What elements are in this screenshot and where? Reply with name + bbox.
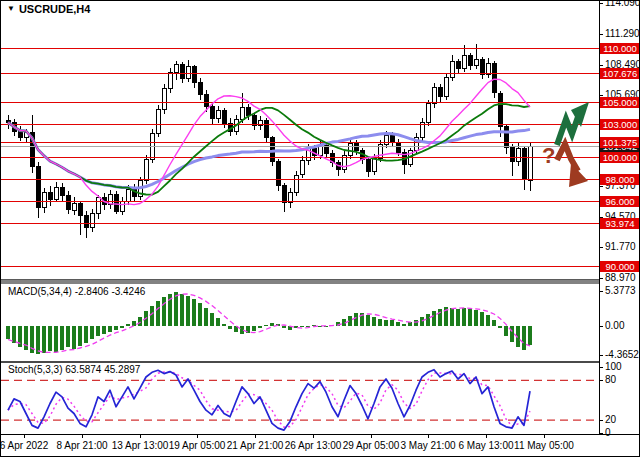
candle — [384, 136, 388, 145]
axis-tick-label: 111.290 — [605, 28, 640, 39]
price-level-badge: 96.000 — [600, 196, 640, 207]
time-tick-label: 3 May 21:00 — [400, 440, 455, 451]
macd-histogram — [6, 292, 532, 354]
up-trend-arrow[interactable] — [557, 114, 579, 145]
candle — [48, 193, 52, 200]
candle — [432, 88, 436, 104]
question-mark-annotation: ? — [542, 143, 555, 168]
candle — [294, 175, 298, 193]
candle — [504, 127, 508, 148]
price-axis-border — [599, 1, 600, 434]
axis-tick-label: 80 — [605, 374, 616, 385]
axis-tick-label: 5.3773 — [605, 285, 636, 296]
price-level-badge: 93.974 — [600, 218, 640, 229]
axis-tick-label: 88.970 — [605, 272, 636, 283]
price-level-badge: 110.000 — [600, 43, 640, 54]
time-tick-label: 29 Apr 05:00 — [343, 440, 400, 451]
candle — [18, 131, 22, 138]
candle — [186, 67, 190, 79]
price-level-badge: 90.000 — [600, 261, 640, 272]
candle — [528, 146, 532, 180]
candle — [144, 160, 148, 181]
candle — [474, 59, 478, 66]
chart-window: ? ▼ USCRUDE,H4 MACD(5,34,4) -2.8406 -3.4… — [0, 0, 640, 457]
candle — [60, 187, 64, 196]
candle — [156, 109, 160, 133]
candle — [462, 56, 466, 69]
price-level-badge: 101.375 — [600, 137, 640, 148]
candle — [366, 160, 370, 172]
candle — [516, 149, 520, 162]
candle — [168, 72, 172, 88]
time-tick-label: 26 Apr 13:00 — [285, 440, 342, 451]
candle — [396, 142, 400, 152]
main-price-chart[interactable]: ? — [1, 1, 599, 283]
macd-label: MACD(5,34,4) -2.8406 -3.4246 — [8, 286, 145, 297]
candle — [456, 61, 460, 69]
time-tick-mark — [371, 435, 372, 438]
candle — [84, 215, 88, 227]
panel-separator-main-macd[interactable] — [1, 279, 599, 284]
candle — [96, 198, 100, 213]
candle — [426, 104, 430, 123]
candle — [438, 88, 442, 97]
panel-separator-macd-stoch[interactable] — [1, 361, 599, 363]
symbol-label: ▼ USCRUDE,H4 — [7, 3, 90, 15]
axis-tick-label: -4.3652 — [605, 349, 639, 360]
time-tick-label: 13 Apr 13:00 — [112, 440, 169, 451]
candle — [42, 193, 46, 208]
time-tick-mark — [313, 435, 314, 438]
time-tick-label: 6 Apr 2022 — [0, 440, 48, 451]
stoch-label: Stoch(5,3,3) 63.5874 45.2897 — [8, 364, 140, 375]
time-tick-mark — [82, 435, 83, 438]
candle — [240, 107, 244, 119]
stoch-k-line — [8, 370, 530, 430]
price-axis[interactable]: 114.090111.290108.490105.69097.37094.570… — [599, 1, 640, 434]
time-axis-border — [1, 434, 640, 435]
axis-tick-label: 20 — [605, 414, 616, 425]
candle — [450, 61, 454, 77]
axis-tick-label: 100 — [605, 361, 622, 372]
time-tick-label: 21 Apr 21:00 — [227, 440, 284, 451]
candle — [114, 195, 118, 211]
axis-tick-label: 114.090 — [605, 0, 640, 8]
symbol-dropdown-icon[interactable]: ▼ — [7, 5, 15, 13]
time-tick-mark — [197, 435, 198, 438]
candle — [54, 187, 58, 199]
time-tick-mark — [255, 435, 256, 438]
price-level-badge: 105.000 — [600, 97, 640, 108]
candle — [486, 63, 490, 74]
candle — [126, 189, 130, 201]
time-tick-mark — [544, 435, 545, 438]
moving-average-40 — [8, 123, 530, 189]
candle — [480, 59, 484, 74]
candle — [522, 149, 526, 180]
candle — [162, 89, 166, 110]
symbol-text: USCRUDE,H4 — [19, 3, 91, 15]
time-tick-label: 6 May 13:00 — [458, 440, 513, 451]
time-tick-mark — [24, 435, 25, 438]
candle — [78, 203, 82, 215]
time-axis[interactable]: 6 Apr 20228 Apr 21:0013 Apr 13:0019 Apr … — [1, 435, 640, 457]
candle — [510, 148, 514, 162]
price-level-badge: 107.676 — [600, 68, 640, 79]
candle — [348, 143, 352, 155]
candle — [282, 186, 286, 202]
time-tick-label: 19 Apr 05:00 — [169, 440, 226, 451]
candle — [66, 196, 70, 210]
candle — [276, 162, 280, 186]
candle — [468, 56, 472, 66]
candle — [444, 78, 448, 97]
candle — [354, 143, 358, 151]
time-tick-mark — [428, 435, 429, 438]
candle — [72, 203, 76, 210]
candle — [198, 82, 202, 94]
axis-tick-label: 91.770 — [605, 241, 636, 252]
candle — [216, 110, 220, 118]
candle — [300, 161, 304, 175]
candle — [192, 67, 196, 82]
candle — [222, 110, 226, 123]
candle — [390, 136, 394, 143]
candle — [180, 65, 184, 79]
candle — [120, 201, 124, 211]
